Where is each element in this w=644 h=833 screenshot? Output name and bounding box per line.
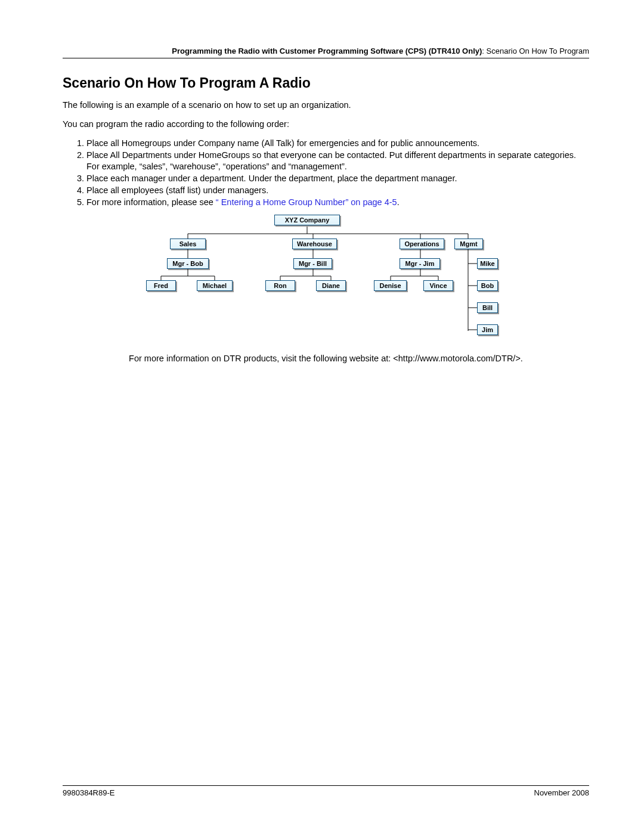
steps-list: Place all Homegroups under Company name … <box>63 138 589 208</box>
node-ron: Ron <box>265 280 295 291</box>
header-breadcrumb: Programming the Radio with Customer Prog… <box>63 47 589 58</box>
node-mgr-bob: Mgr - Bob <box>167 258 209 269</box>
step-5-pre: For more information, please see <box>86 197 216 207</box>
node-sales: Sales <box>170 239 206 249</box>
node-company: XYZ Company <box>274 215 340 225</box>
node-bill: Bill <box>477 302 498 313</box>
breadcrumb-tail: : Scenario On How To Program <box>482 47 589 55</box>
node-warehouse: Warehouse <box>292 239 337 249</box>
org-chart: XYZ Company Sales Warehouse Operations M… <box>116 215 498 337</box>
node-denise: Denise <box>374 280 407 291</box>
node-mgr-jim: Mgr - Jim <box>400 258 440 269</box>
node-vince: Vince <box>423 280 453 291</box>
node-mgr-bill: Mgr - Bill <box>293 258 332 269</box>
node-mgmt: Mgmt <box>454 239 483 249</box>
after-chart-para: For more information on DTR products, vi… <box>63 354 589 363</box>
step-3: Place each manager under a department. U… <box>86 173 589 184</box>
step-4: Place all employees (staff list) under m… <box>86 185 589 196</box>
node-fred: Fred <box>146 280 176 291</box>
page-footer: 9980384R89-E November 2008 <box>63 785 589 797</box>
step-2: Place All Departments under HomeGroups s… <box>86 150 589 171</box>
step-5-post: . <box>397 197 400 207</box>
node-diane: Diane <box>316 280 346 291</box>
xref-link-home-group[interactable]: “ Entering a Home Group Number” on page … <box>216 197 397 207</box>
node-bob: Bob <box>477 280 498 291</box>
node-operations: Operations <box>400 239 444 249</box>
intro-para-1: The following is an example of a scenari… <box>63 100 589 110</box>
org-chart-lines <box>116 215 498 337</box>
step-1: Place all Homegroups under Company name … <box>86 138 589 148</box>
footer-date: November 2008 <box>534 788 590 797</box>
node-michael: Michael <box>197 280 233 291</box>
breadcrumb-bold: Programming the Radio with Customer Prog… <box>172 47 482 55</box>
footer-docnum: 9980384R89-E <box>63 788 114 797</box>
page-title: Scenario On How To Program A Radio <box>63 75 589 91</box>
intro-para-2: You can program the radio according to t… <box>63 119 589 129</box>
step-5: For more information, please see “ Enter… <box>86 197 589 208</box>
node-mike: Mike <box>477 258 498 269</box>
page: Programming the Radio with Customer Prog… <box>0 0 644 833</box>
node-jim: Jim <box>477 324 498 335</box>
